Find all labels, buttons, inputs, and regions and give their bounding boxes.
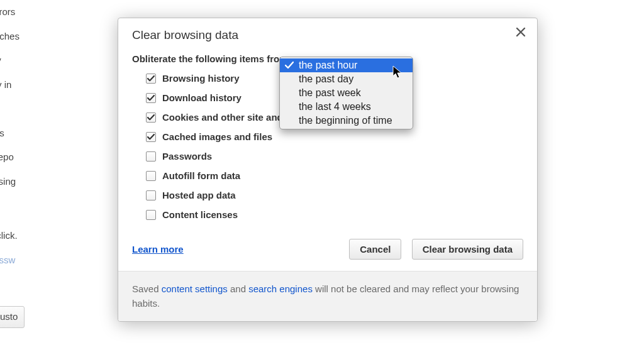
bg-line: vare protection [0, 102, 126, 116]
bg-line: eb forms in a single click. [0, 229, 126, 243]
option-label: the past day [299, 74, 353, 84]
option-label: the beginning of time [299, 115, 392, 126]
checkbox-label: Content licenses [162, 209, 238, 220]
checkbox[interactable] [146, 132, 156, 142]
check-icon [147, 94, 155, 102]
clear-browsing-data-button[interactable]: Clear browsing data [412, 239, 523, 260]
checkbox-label: Hosted app data [162, 190, 236, 200]
check-icon [147, 114, 155, 121]
action-buttons: Cancel Clear browsing data [341, 239, 523, 260]
checkbox-label: Cached images and files [162, 131, 272, 142]
time-range-option[interactable]: the past week [280, 86, 413, 100]
dialog-footer: Saved content settings and search engine… [118, 271, 537, 321]
dialog-actions: Learn more Cancel Clear browsing data [132, 239, 523, 260]
bg-controls-row [0, 338, 126, 360]
checkbox[interactable] [146, 171, 156, 181]
obliterate-label: Obliterate the following items from: [132, 53, 291, 64]
checkbox[interactable] [146, 74, 156, 84]
customize-button[interactable]: Custo [0, 306, 25, 328]
option-label: the past hour [299, 60, 357, 70]
close-icon [516, 27, 526, 37]
checkbox-label: Passwords [162, 151, 212, 162]
background-settings-panel: resolve navigation errors o help complet… [0, 5, 126, 362]
check-icon [147, 75, 155, 82]
bg-line: ls of possible security in [0, 78, 126, 92]
manage-passwords-link[interactable]: Manage passw [0, 255, 15, 265]
search-engines-link[interactable]: search engines [248, 283, 313, 294]
content-settings-link[interactable]: content settings [162, 283, 228, 294]
option-label: the last 4 weeks [299, 101, 371, 112]
checkbox-row: Autofill form data [146, 170, 523, 181]
close-button[interactable] [516, 27, 528, 40]
checkbox[interactable] [146, 151, 156, 162]
dialog-title: Clear browsing data [132, 28, 523, 42]
checkbox-row: Cached images and files [146, 131, 523, 142]
time-range-option[interactable]: the beginning of time [280, 114, 413, 128]
checkbox[interactable] [146, 93, 156, 103]
checkbox-row: Content licenses [146, 209, 523, 220]
bg-line: quest with your browsing [0, 175, 126, 189]
checkbox-label: Autofill form data [162, 170, 240, 181]
footer-text: and [228, 283, 248, 294]
time-range-option[interactable]: the last 4 weeks [280, 100, 413, 114]
footer-text: Saved [132, 283, 162, 294]
checkbox[interactable] [146, 190, 156, 200]
checkbox[interactable] [146, 112, 156, 123]
bg-line: d pages more quickly [0, 53, 126, 68]
bg-line: resolve navigation errors [0, 5, 126, 19]
option-label: the past week [299, 87, 361, 98]
check-icon [147, 133, 155, 141]
checkbox-row: Passwords [146, 151, 523, 162]
bg-line: sswords. Manage passw [0, 253, 126, 268]
check-icon [285, 61, 294, 70]
bg-controls-row: Custo [0, 302, 126, 328]
bg-line: resolve spelling errors [0, 126, 126, 141]
mouse-cursor-icon [392, 65, 404, 80]
learn-more-link[interactable]: Learn more [132, 244, 184, 255]
checkbox-row: Hosted app data [146, 190, 523, 200]
bg-line: o help complete searches [0, 30, 126, 44]
checkbox-label: Browsing history [162, 73, 240, 84]
dialog-header: Clear browsing data [118, 18, 537, 48]
checkbox-label: Download history [162, 92, 242, 103]
bg-line: statistics and crash repo [0, 150, 126, 165]
cancel-button[interactable]: Cancel [349, 239, 401, 260]
checkbox[interactable] [146, 210, 156, 220]
